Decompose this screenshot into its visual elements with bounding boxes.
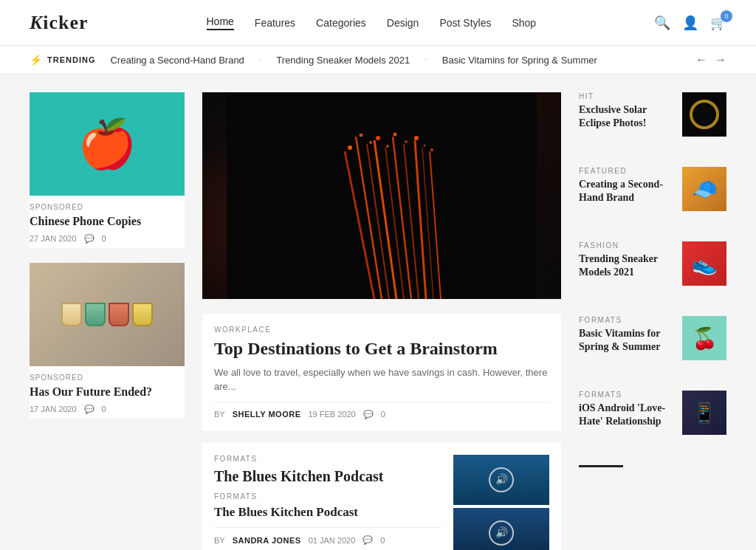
svg-point-11 [348,145,352,150]
apple-icon: 🍎 [78,117,137,172]
user-button[interactable]: 👤 [682,15,698,31]
ios-visual: 📱 [682,391,726,435]
cart-button[interactable]: 🛒 0 [710,15,726,31]
main-content: 🍎 SPONSORED Chinese Phone Copies 27 JAN … [0,75,756,550]
play-button-2[interactable]: 🔊 [489,520,514,546]
right-article-vitamins-text: FORMATS Basic Vitamins for Spring & Summ… [579,316,673,354]
hero-meta: BY SHELLY MOORE 19 FEB 2020 💬 0 [214,402,549,419]
comment-icon-2: 💬 [84,405,94,414]
hero-category: WORKPLACE [214,326,549,334]
ios-category: FORMATS [579,391,673,399]
vitamins-visual: 🍒 [682,316,726,360]
podcast-comment-icon: 💬 [362,535,373,545]
podcast-article-text: FORMATS The Blues Kitchen Podcast FORMAT… [214,455,441,550]
fashion-visual: 👟 [682,241,726,286]
left-article-1-date: 27 JAN 2020 [30,234,77,243]
right-article-eclipse-text: HIT Exclusive Solar Eclipse Photos! [579,92,673,130]
podcast-title[interactable]: The Blues Kitchen Podcast [214,467,441,485]
left-article-2-title[interactable]: Has Our Future Ended? [30,385,185,400]
main-nav: Home Features Categories Design Post Sty… [207,16,537,30]
eclipse-image [682,92,726,137]
eclipse-title[interactable]: Exclusive Solar Eclipse Photos! [579,103,673,130]
left-article-2: SPONSORED Has Our Future Ended? 17 JAN 2… [30,263,185,419]
left-column: 🍎 SPONSORED Chinese Phone Copies 27 JAN … [30,92,185,550]
left-article-2-body: SPONSORED Has Our Future Ended? 17 JAN 2… [30,366,185,419]
left-article-1-comments: 0 [102,234,106,243]
trending-next-button[interactable]: → [715,53,726,66]
svg-point-12 [360,134,363,137]
right-article-ios: FORMATS iOS Android 'Love-Hate' Relation… [579,391,726,450]
podcast-meta: BY SANDRA JONES 01 JAN 2020 💬 0 [214,527,441,545]
svg-point-19 [424,145,426,147]
podcast-author[interactable]: SANDRA JONES [233,536,301,545]
svg-point-24 [694,104,715,125]
play-button-1[interactable]: 🔊 [489,467,514,492]
sponsored-label-2: SPONSORED [30,374,185,382]
nav-shop[interactable]: Shop [512,17,536,29]
nav-categories[interactable]: Categories [316,17,366,29]
trending-label: ⚡ TRENDING [30,54,95,66]
hero-date: 19 FEB 2020 [308,410,355,419]
brand-visual: 🧢 [682,167,726,211]
podcast-images: 🔊 🔊 [453,455,549,550]
svg-point-13 [369,141,372,144]
podcast-date: 01 JAN 2020 [309,536,356,545]
right-article-brand-text: FEATURED Creating a Second-Hand Brand [579,167,673,204]
nav-features[interactable]: Features [255,17,295,29]
brand-title[interactable]: Creating a Second-Hand Brand [579,178,673,204]
trending-item-2[interactable]: Trending Sneaker Models 2021 [276,55,410,66]
left-article-1-body: SPONSORED Chinese Phone Copies 27 JAN 20… [30,196,185,248]
fashion-category: FASHION [579,241,673,250]
left-article-1-image: 🍎 [30,92,185,196]
left-article-1-meta: 27 JAN 2020 💬 0 [30,234,185,244]
svg-point-15 [386,145,389,148]
hero-visual [202,92,561,299]
hero-article: WORKPLACE Top Destinations to Get a Brai… [202,314,561,431]
vitamins-title[interactable]: Basic Vitamins for Spring & Summer [579,327,673,354]
bolt-icon: ⚡ [30,54,43,66]
svg-point-16 [394,133,397,137]
trending-item-3[interactable]: Basic Vitamins for Spring & Summer [442,55,597,66]
hero-comments: 0 [381,410,385,419]
trending-prev-button[interactable]: ← [695,53,707,66]
brand-category: FEATURED [579,167,673,175]
right-article-fashion-text: FASHION Trending Sneaker Models 2021 [579,241,673,279]
right-article-brand: FEATURED Creating a Second-Hand Brand 🧢 [579,167,726,227]
ios-title[interactable]: iOS Android 'Love-Hate' Relationship [579,402,673,428]
hero-title[interactable]: Top Destinations to Get a Brainstorm [214,338,549,360]
brand-image: 🧢 [682,167,726,211]
fashion-title[interactable]: Trending Sneaker Models 2021 [579,252,673,279]
left-article-1: 🍎 SPONSORED Chinese Phone Copies 27 JAN … [30,92,185,248]
search-button[interactable]: 🔍 [654,15,670,31]
podcast-image-2[interactable]: 🔊 [453,508,549,550]
trending-sep-1: · [259,54,262,66]
podcast-sub-title[interactable]: The Blues Kitchen Podcast [214,505,441,520]
svg-point-18 [414,136,419,140]
left-article-1-title[interactable]: Chinese Phone Copies [30,214,185,230]
sponsored-label-1: SPONSORED [30,203,185,211]
podcast-article: FORMATS The Blues Kitchen Podcast FORMAT… [202,443,561,550]
nav-home[interactable]: Home [207,16,234,30]
svg-point-20 [430,148,433,151]
hero-author[interactable]: SHELLY MOORE [233,410,301,419]
nav-design[interactable]: Design [387,17,419,29]
ios-image: 📱 [682,391,726,435]
podcast-article-inner: FORMATS The Blues Kitchen Podcast FORMAT… [214,455,549,550]
hero-image[interactable] [202,92,561,299]
podcast-image-1[interactable]: 🔊 [453,455,549,505]
podcast-comments: 0 [380,536,385,545]
hero-svg [202,92,561,299]
eclipse-category: HIT [579,92,673,100]
podcast-category: FORMATS [214,455,441,463]
trending-bar: ⚡ TRENDING Creating a Second-Hand Brand … [0,46,756,75]
right-article-fashion: FASHION Trending Sneaker Models 2021 👟 [579,241,726,301]
nav-post-styles[interactable]: Post Styles [439,17,491,29]
right-column: HIT Exclusive Solar Eclipse Photos! FEAT… [579,92,726,550]
site-logo[interactable]: Kicker [30,12,89,34]
left-article-2-date: 17 JAN 2020 [30,405,77,413]
left-article-2-image [30,263,185,366]
eclipse-svg [682,92,726,137]
trending-item-1[interactable]: Creating a Second-Hand Brand [110,55,244,66]
trending-sep-2: · [425,54,427,66]
right-divider [579,465,623,467]
